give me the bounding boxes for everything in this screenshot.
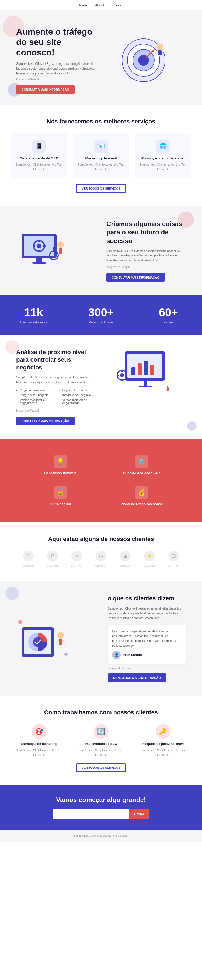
svg-rect-31 [139,385,152,387]
hero-description: Sample text. Click to Egestas egestas fr… [16,61,101,76]
quote-author-name: Nick Larson [123,653,142,657]
testimonial-blob [5,587,19,600]
svg-rect-19 [32,262,46,264]
service-card-seo: 📱 Gerenciamento de SEO Sample text. Clic… [11,133,67,178]
svg-rect-30 [144,381,147,385]
svg-rect-38 [117,374,119,376]
svg-rect-29 [150,364,154,375]
svg-rect-45 [59,638,63,645]
services-grid: 📱 Gerenciamento de SEO Sample text. Clic… [11,133,191,178]
stat-team: 300+ Membros do time [67,295,135,335]
howwork-card-keywords: 🔑 Pesquisa de palavras-chave Sample text… [135,724,191,757]
services-section: Nós fornecemos os melhores serviços 📱 Ge… [0,105,202,206]
price-icon: 💰 [135,486,148,499]
list-item: Pegue a ferramenta [16,388,53,393]
svg-rect-14 [38,240,40,242]
cta-title: Vamos começar algo grande! [11,796,191,803]
features-section: 💡 Benefícios flexíveis ⚙️ Suporte dedica… [0,439,202,522]
client-logo-4: ◎ CONTACT [91,550,111,568]
testimonial-description: Sample text. Click to Egestas egestas fr… [108,606,186,620]
testimonial-section: o que os clientes dizem Sample text. Cli… [0,581,202,695]
service-icon-email: 📧 [94,140,108,153]
client-logo-7: ❑ CONTACT [164,550,183,568]
testimonial-cta-button[interactable]: CONSULTAR MAIS INFORMAÇÃO [108,673,166,682]
testimonial-illustration [16,611,94,666]
seo-impl-icon: 🔄 [94,724,109,739]
client-icon-6: ⚡ [144,550,155,562]
stat-countries: 60+ Países [135,295,202,335]
hero-illustration [101,33,186,87]
analytics-lists: Pegue a ferramenta Integre o seu negócio… [16,388,96,406]
analytics-description: Sample text. Click to Egestas egestas fr… [16,375,96,385]
svg-line-47 [63,640,65,643]
svg-point-20 [58,242,64,248]
svg-line-46 [56,640,59,643]
howwork-card-seo: 🔄 Implementos de SEO Sample text. Click … [73,724,129,757]
svg-rect-39 [125,374,127,376]
client-logos-row: C CONTENT C CONTACT ✓ CONTACT ◎ CONTACT … [11,550,191,568]
client-icon-2: C [47,550,58,562]
testimonial-image-credit: Imagem de Freepik [108,667,186,670]
about-cta-button[interactable]: CONSULTAR MAIS INFORMAÇÃO [106,273,165,282]
howwork-title-marketing: Estratégia de marketing [11,742,67,746]
list-item: Integre o seu negócio [16,393,53,398]
howwork-cta-button[interactable]: VER TODOS OS SERVIÇOS [76,763,125,772]
about-section: Criamos algumas coisas para o seu futuro… [0,206,202,295]
testimonial-text: o que os clientes dizem Sample text. Cli… [108,595,186,682]
analytics-list-2: Pegue a ferramenta Integre o seu negócio… [59,388,96,406]
svg-point-48 [18,620,22,624]
stat-countries-number: 60+ [140,306,197,319]
feature-support: ⚙️ Suporte dedicado 24/7 [101,450,182,480]
support-icon: ⚙️ [135,455,148,468]
client-icon-1: C [23,550,34,562]
cta-email-input[interactable] [53,809,129,819]
client-icon-4: ◎ [96,550,106,562]
service-card-email: 📧 Marketing de email Sample text. Click … [73,133,129,178]
howwork-title-seo: Implementos de SEO [73,742,129,746]
feature-support-label: Suporte dedicado 24/7 [106,471,177,475]
hero-text: Aumente o tráfego do seu site conosco! S… [16,27,101,94]
svg-rect-7 [158,50,162,56]
analytics-section: Análise de próximo nível para controlar … [0,335,202,439]
stat-countries-label: Países [140,320,197,324]
client-label-2: CONTACT [47,565,58,567]
analytics-blob-red [5,340,19,354]
quote-box: Quam iactus suspendisse faucibus interdu… [108,625,186,663]
hero-cta-button[interactable]: CONSULTAR MAIS INFORMAÇÃO [16,85,75,94]
about-image-credit: Imagem de Freepik [106,265,186,269]
secure-icon: 🔒 [54,486,67,499]
service-desc-email: Sample text. Click to select the Text El… [77,162,125,171]
service-desc-seo: Sample text. Click to select the Text El… [15,162,63,171]
svg-rect-33 [166,391,170,392]
howwork-title-keywords: Pesquisa de palavras-chave [135,742,191,746]
stat-clients: 11k Clientes satisfeitas [0,295,67,335]
client-label-7: CONTACT [168,565,180,567]
svg-point-43 [33,637,43,647]
list-item: Integre o seu negócio [59,393,96,398]
svg-rect-18 [36,258,42,262]
svg-point-35 [120,374,124,377]
analytics-text: Análise de próximo nível para controlar … [16,348,96,426]
client-label-3: CONTACT [71,565,83,567]
service-title-social: Promoção de mídia social [139,156,187,160]
analytics-illustration [106,348,186,397]
clients-section: Aqui estão alguns de nossos clientes C C… [0,522,202,581]
client-logo-3: ✓ CONTACT [67,550,86,568]
nav-link-contact[interactable]: Contact [112,3,124,7]
client-icon-7: ❑ [168,550,179,562]
hero-title: Aumente o tráfego do seu site conosco! [16,27,101,57]
nav-link-home[interactable]: Home [78,3,87,7]
howwork-desc-keywords: Sample text. Click to select the Text El… [135,748,191,757]
analytics-title: Análise de próximo nível para controlar … [16,348,96,372]
quote-author-row: 👤 Nick Larson [112,651,181,659]
client-logo-6: ⚡ CONTACT [140,550,159,568]
services-cta-button[interactable]: VER TODOS OS SERVIÇOS [76,184,125,193]
feature-flexible: 💡 Benefícios flexíveis [20,450,101,480]
nav-link-about[interactable]: About [95,3,104,7]
analytics-cta-button[interactable]: CONSULTAR MAIS INFORMAÇÃO [16,417,75,425]
service-icon-social: 🌐 [156,140,170,153]
analytics-list-1: Pegue a ferramenta Integre o seu negócio… [16,388,53,406]
svg-rect-16 [33,245,35,247]
cta-submit-button[interactable]: Enviar [129,809,149,819]
stat-team-label: Membros do time [73,320,129,324]
